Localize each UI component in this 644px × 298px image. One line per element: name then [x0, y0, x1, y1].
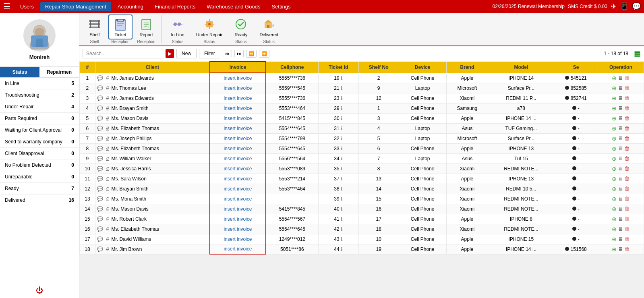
- msg-icon[interactable]: 💬: [97, 126, 103, 131]
- edit-op-button[interactable]: 🖥: [618, 95, 623, 101]
- cell-invoice[interactable]: insert invoice: [210, 143, 266, 153]
- cell-invoice[interactable]: insert invoice: [210, 184, 266, 194]
- nav-repair-shop[interactable]: Repair Shop Management: [40, 2, 111, 11]
- edit-op-button[interactable]: 🖥: [618, 105, 623, 112]
- col-client[interactable]: Client: [95, 62, 210, 73]
- info-icon[interactable]: ℹ: [341, 85, 343, 91]
- status-item-unrepairable[interactable]: Unrepairable0: [0, 171, 79, 183]
- status-item-waiting-for-client-approval[interactable]: Waiting for Client Approval0: [0, 124, 79, 136]
- add-op-button[interactable]: ⊕: [612, 135, 617, 142]
- cell-invoice[interactable]: insert invoice: [210, 194, 266, 204]
- cell-invoice[interactable]: insert invoice: [210, 163, 266, 174]
- msg-icon[interactable]: 💬: [97, 216, 103, 222]
- print-icon[interactable]: 🖨: [105, 75, 110, 81]
- edit-op-button[interactable]: 🖥: [618, 145, 623, 152]
- info-icon[interactable]: ℹ: [341, 206, 343, 212]
- cell-invoice[interactable]: insert invoice: [210, 234, 266, 244]
- edit-op-button[interactable]: 🖥: [618, 246, 623, 252]
- cell-invoice[interactable]: insert invoice: [210, 204, 266, 214]
- cell-invoice[interactable]: insert invoice: [210, 83, 266, 93]
- info-icon[interactable]: ℹ: [341, 146, 343, 151]
- msg-icon[interactable]: 💬: [97, 236, 103, 242]
- status-item-under-repair[interactable]: Under Repair4: [0, 101, 79, 113]
- edit-op-button[interactable]: 🖥: [618, 226, 623, 232]
- toolbar-ready[interactable]: Ready: [229, 14, 253, 39]
- edit-op-button[interactable]: 🖥: [618, 196, 623, 202]
- msg-icon[interactable]: 💬: [97, 75, 103, 81]
- cell-invoice[interactable]: insert invoice: [210, 224, 266, 234]
- status-item-client-disapproval[interactable]: Client Disapproval0: [0, 148, 79, 159]
- nav-users[interactable]: Users: [15, 2, 39, 11]
- delete-op-button[interactable]: 🗑: [624, 105, 630, 112]
- col-shelf-no[interactable]: Shelf No: [358, 62, 399, 73]
- edit-op-button[interactable]: 🖥: [618, 166, 623, 172]
- add-op-button[interactable]: ⊕: [612, 155, 617, 162]
- info-icon[interactable]: ℹ: [341, 246, 343, 252]
- add-op-button[interactable]: ⊕: [612, 236, 617, 242]
- print-icon[interactable]: 🖨: [105, 236, 110, 242]
- status-item-in-line[interactable]: In Line5: [0, 78, 79, 89]
- add-op-button[interactable]: ⊕: [612, 75, 617, 81]
- col-model[interactable]: Model: [488, 62, 554, 73]
- delete-op-button[interactable]: 🗑: [624, 125, 630, 132]
- add-op-button[interactable]: ⊕: [612, 105, 617, 112]
- cell-invoice[interactable]: insert invoice: [210, 214, 266, 224]
- excel-export-button[interactable]: ▦: [634, 49, 641, 58]
- new-button[interactable]: New: [176, 49, 197, 58]
- tab-repairmen[interactable]: Repairmen: [39, 67, 79, 77]
- toolbar-inline[interactable]: In Line: [166, 14, 190, 39]
- add-op-button[interactable]: ⊕: [612, 206, 617, 212]
- msg-icon[interactable]: 💬: [97, 146, 103, 151]
- msg-icon[interactable]: 💬: [97, 95, 103, 101]
- nav-warehouse[interactable]: Warehouse and Goods: [202, 2, 265, 11]
- print-icon[interactable]: 🖨: [105, 106, 110, 111]
- edit-op-button[interactable]: 🖥: [618, 85, 623, 91]
- info-icon[interactable]: ℹ: [341, 236, 343, 242]
- add-op-button[interactable]: ⊕: [612, 176, 617, 182]
- info-icon[interactable]: ℹ: [341, 196, 343, 202]
- delete-op-button[interactable]: 🗑: [624, 166, 630, 172]
- col-se[interactable]: Se: [554, 62, 598, 73]
- add-op-button[interactable]: ⊕: [612, 166, 617, 172]
- delete-op-button[interactable]: 🗑: [624, 155, 630, 162]
- delete-op-button[interactable]: 🗑: [624, 236, 630, 242]
- delete-op-button[interactable]: 🗑: [624, 115, 630, 122]
- whatsapp-icon[interactable]: 📱: [620, 2, 629, 11]
- add-op-button[interactable]: ⊕: [612, 95, 617, 101]
- delete-op-button[interactable]: 🗑: [624, 226, 630, 232]
- print-icon[interactable]: 🖨: [105, 85, 110, 91]
- add-op-button[interactable]: ⊕: [612, 196, 617, 202]
- info-icon[interactable]: ℹ: [341, 126, 343, 131]
- status-item-parts-required[interactable]: Parts Required0: [0, 113, 79, 124]
- add-op-button[interactable]: ⊕: [612, 186, 617, 192]
- print-icon[interactable]: 🖨: [105, 216, 110, 222]
- info-icon[interactable]: ℹ: [341, 226, 343, 232]
- msg-icon[interactable]: 💬: [97, 156, 103, 161]
- tab-status[interactable]: Status: [0, 67, 39, 77]
- msg-icon[interactable]: 💬: [97, 226, 103, 232]
- print-icon[interactable]: 🖨: [105, 136, 110, 141]
- info-icon[interactable]: ℹ: [341, 106, 343, 111]
- edit-op-button[interactable]: 🖥: [618, 135, 623, 142]
- print-icon[interactable]: 🖨: [105, 206, 110, 212]
- col-brand[interactable]: Brand: [446, 62, 488, 73]
- print-icon[interactable]: 🖨: [105, 166, 110, 172]
- delete-op-button[interactable]: 🗑: [624, 206, 630, 212]
- edit-op-button[interactable]: 🖥: [618, 75, 623, 81]
- cell-invoice[interactable]: insert invoice: [210, 93, 266, 103]
- add-op-button[interactable]: ⊕: [612, 216, 617, 222]
- add-op-button[interactable]: ⊕: [612, 145, 617, 152]
- print-icon[interactable]: 🖨: [105, 176, 110, 182]
- search-input[interactable]: [83, 49, 163, 58]
- info-icon[interactable]: ℹ: [341, 156, 343, 161]
- prev-page-button[interactable]: ⏪: [246, 50, 257, 58]
- edit-op-button[interactable]: 🖥: [618, 206, 623, 212]
- info-icon[interactable]: ℹ: [341, 186, 343, 192]
- msg-icon[interactable]: 💬: [97, 85, 103, 91]
- power-button[interactable]: ⏻: [36, 286, 43, 295]
- msg-icon[interactable]: 💬: [97, 166, 103, 172]
- edit-op-button[interactable]: 🖥: [618, 186, 623, 192]
- edit-op-button[interactable]: 🖥: [618, 115, 623, 122]
- col-ticket-id[interactable]: Ticket Id: [318, 62, 358, 73]
- print-icon[interactable]: 🖨: [105, 126, 110, 131]
